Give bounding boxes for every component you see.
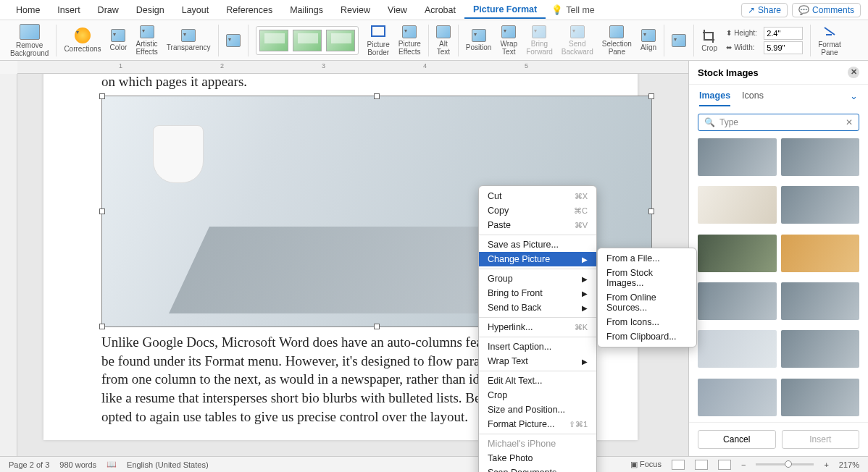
cancel-button[interactable]: Cancel — [698, 430, 776, 449]
tab-draw[interactable]: Draw — [89, 2, 128, 18]
tab-review[interactable]: Review — [332, 2, 379, 18]
submenu-item-from-icons-[interactable]: From Icons... — [598, 315, 696, 329]
stock-thumb[interactable] — [698, 138, 777, 176]
tab-design[interactable]: Design — [128, 2, 173, 18]
rotate-button[interactable] — [667, 22, 690, 59]
bring-forward-button[interactable]: Bring Forward — [522, 22, 557, 59]
tell-me[interactable]: Tell me — [566, 5, 595, 15]
selection-pane-button[interactable]: Selection Pane — [598, 22, 636, 59]
search-box[interactable]: 🔍 ✕ — [698, 114, 859, 131]
context-item-hyperlink-[interactable]: Hyperlink...⌘K — [479, 320, 596, 334]
color-button[interactable]: Color — [106, 22, 132, 59]
reset-picture-button[interactable] — [222, 22, 245, 59]
stock-thumb[interactable] — [781, 282, 860, 320]
view-web-button[interactable] — [718, 460, 731, 470]
spellcheck-icon[interactable]: 📖 — [107, 460, 117, 469]
resize-handle-bm[interactable] — [374, 324, 380, 329]
tab-picture-format[interactable]: Picture Format — [464, 1, 546, 19]
insert-button[interactable]: Insert — [782, 430, 860, 449]
resize-handle-tr[interactable] — [648, 93, 654, 99]
panel-tab-images[interactable]: Images — [699, 90, 730, 106]
stock-thumb[interactable] — [698, 186, 777, 224]
align-button[interactable]: Align — [636, 22, 661, 59]
format-pane-button[interactable]: Format Pane — [814, 22, 846, 59]
stock-thumb[interactable] — [698, 282, 777, 320]
stock-thumb[interactable] — [781, 235, 860, 272]
focus-mode-button[interactable]: ▣ Focus — [630, 460, 662, 469]
style-thumb-1[interactable] — [259, 30, 288, 51]
tab-layout[interactable]: Layout — [173, 2, 218, 18]
word-count[interactable]: 980 words — [59, 460, 96, 469]
tab-mailings[interactable]: Mailings — [281, 2, 332, 18]
resize-handle-tm[interactable] — [374, 93, 380, 99]
tab-insert[interactable]: Insert — [49, 2, 88, 18]
language-indicator[interactable]: English (United States) — [127, 460, 209, 469]
close-panel-button[interactable]: ✕ — [848, 67, 859, 78]
submenu-item-from-clipboard-[interactable]: From Clipboard... — [598, 329, 696, 344]
tab-home[interactable]: Home — [7, 2, 49, 18]
stock-thumb[interactable] — [698, 379, 777, 416]
view-print-button[interactable] — [695, 460, 708, 470]
stock-thumb[interactable] — [781, 138, 860, 176]
view-read-button[interactable] — [672, 460, 685, 470]
context-item-bring-to-front[interactable]: Bring to Front▶ — [479, 286, 596, 300]
zoom-level[interactable]: 217% — [839, 460, 859, 469]
stock-thumb[interactable] — [781, 186, 860, 224]
tab-acrobat[interactable]: Acrobat — [416, 2, 464, 18]
tab-references[interactable]: References — [217, 2, 281, 18]
send-backward-button[interactable]: Send Backward — [557, 22, 598, 59]
position-button[interactable]: Position — [462, 22, 496, 59]
context-item-send-to-back[interactable]: Send to Back▶ — [479, 300, 596, 315]
context-item-insert-caption-[interactable]: Insert Caption... — [479, 340, 596, 354]
context-item-save-as-picture-[interactable]: Save as Picture... — [479, 237, 596, 252]
context-item-copy[interactable]: Copy⌘C — [479, 203, 596, 218]
submenu-item-from-online-sources-[interactable]: From Online Sources... — [598, 290, 696, 315]
artistic-effects-button[interactable]: Artistic Effects — [131, 22, 162, 59]
stock-thumb[interactable] — [781, 330, 860, 368]
clear-search-button[interactable]: ✕ — [846, 117, 853, 127]
zoom-slider[interactable] — [756, 463, 814, 465]
height-input[interactable] — [764, 27, 803, 40]
context-item-michael-s-iphone[interactable]: Michael's iPhone — [479, 437, 596, 451]
resize-handle-mr[interactable] — [648, 208, 654, 214]
share-button[interactable]: ↗Share — [741, 3, 788, 17]
context-item-take-photo[interactable]: Take Photo — [479, 451, 596, 465]
wrap-text-button[interactable]: Wrap Text — [496, 22, 522, 59]
picture-border-button[interactable]: Picture Border — [363, 22, 394, 59]
context-item-scan-documents[interactable]: Scan Documents — [479, 465, 596, 472]
resize-handle-tl[interactable] — [99, 93, 105, 99]
width-input[interactable] — [764, 41, 803, 54]
corrections-button[interactable]: Corrections — [59, 22, 105, 59]
style-thumb-3[interactable] — [326, 30, 355, 51]
picture-styles-gallery[interactable] — [251, 22, 363, 59]
context-item-edit-alt-text-[interactable]: Edit Alt Text... — [479, 374, 596, 388]
chevron-down-icon[interactable]: ⌄ — [850, 90, 858, 106]
page-indicator[interactable]: Page 2 of 3 — [9, 460, 49, 469]
context-item-crop[interactable]: Crop — [479, 388, 596, 403]
style-thumb-2[interactable] — [293, 30, 322, 51]
remove-background-button[interactable]: Remove Background — [6, 22, 53, 59]
stock-thumb[interactable] — [781, 379, 860, 416]
panel-tab-icons[interactable]: Icons — [742, 90, 764, 106]
context-item-change-picture[interactable]: Change Picture▶ — [479, 252, 596, 266]
context-item-wrap-text[interactable]: Wrap Text▶ — [479, 354, 596, 368]
submenu-item-from-a-file-[interactable]: From a File... — [598, 251, 696, 266]
comments-button[interactable]: 💬Comments — [792, 3, 861, 17]
zoom-out-button[interactable]: − — [741, 460, 746, 469]
zoom-in-button[interactable]: + — [824, 460, 828, 469]
tab-view[interactable]: View — [379, 2, 416, 18]
resize-handle-bl[interactable] — [99, 324, 105, 329]
search-input[interactable] — [719, 117, 841, 127]
context-item-group[interactable]: Group▶ — [479, 271, 596, 286]
alt-text-button[interactable]: Alt Text — [432, 22, 455, 59]
context-item-format-picture-[interactable]: Format Picture...⇧⌘1 — [479, 417, 596, 431]
transparency-button[interactable]: Transparency — [162, 22, 215, 59]
stock-thumb[interactable] — [698, 235, 777, 272]
picture-effects-button[interactable]: Picture Effects — [394, 22, 425, 59]
resize-handle-ml[interactable] — [99, 208, 105, 214]
submenu-item-from-stock-images-[interactable]: From Stock Images... — [598, 266, 696, 290]
stock-thumb[interactable] — [698, 330, 777, 368]
context-item-cut[interactable]: Cut⌘X — [479, 189, 596, 203]
context-item-paste[interactable]: Paste⌘V — [479, 218, 596, 232]
context-item-size-and-position-[interactable]: Size and Position... — [479, 403, 596, 417]
